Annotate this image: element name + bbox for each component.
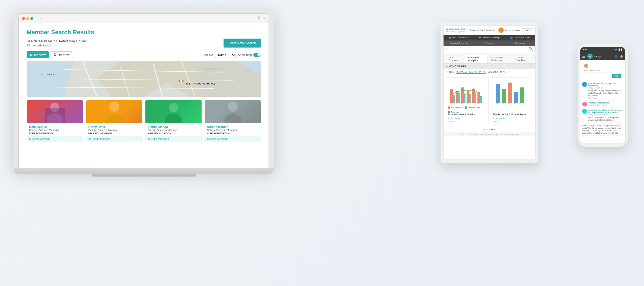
forward-icon[interactable]: › <box>40 17 41 20</box>
svg-rect-30 <box>453 95 455 103</box>
post-button[interactable]: Post <box>612 74 621 78</box>
svg-rect-29 <box>477 92 480 103</box>
send-message-label-1: Send Message <box>32 137 50 140</box>
people-icon[interactable]: 👤 <box>614 55 618 58</box>
member-org-1: KIPP Foundation <box>29 132 81 135</box>
nav-item-content[interactable]: ⚙ Content & Settings <box>474 35 505 40</box>
svg-rect-35 <box>480 96 482 103</box>
list-item: Anita Crafton, National Association of D… <box>582 108 623 122</box>
carousel-dot-2[interactable] <box>486 129 487 130</box>
phone-status-bar: 9:41 ▶ ▌▌ ▊ <box>580 47 625 52</box>
chart1-explore[interactable]: EXPLORE ≫ <box>448 118 486 120</box>
phone-screen: 9:41 ▶ ▌▌ ▊ ☰ yo sanity 👤 <box>580 47 626 143</box>
list-icon: ☰ <box>54 53 56 56</box>
carousel-dot-3[interactable] <box>489 129 490 130</box>
svg-point-18 <box>109 102 119 112</box>
member-photo-3 <box>145 100 202 123</box>
phone-brand: sanity <box>594 55 601 58</box>
nav-item-dashboards[interactable]: ▤ Your Dashboards <box>444 35 474 40</box>
renewals-chart: Oct Nov Dec Jan Feb Mar <box>446 77 489 125</box>
phone-status-icons: ▶ ▌▌ ▊ <box>616 49 623 51</box>
tablet-topbar: yourmembership a community bright brand … <box>444 26 535 35</box>
member-action-4[interactable]: ✉ Send Message <box>205 136 261 142</box>
admin-name: Welcome, Admin <box>505 29 521 32</box>
search-magnify-icon[interactable]: 🔍 <box>528 47 533 51</box>
page-title: Member Search Results <box>27 29 261 36</box>
feed-avatar-1 <box>582 82 587 87</box>
member-org-3: KIPP Foundation <box>148 132 199 135</box>
tablet-nav: ▤ Your Dashboards ⚙ Content & Settings 👥… <box>444 35 535 40</box>
feed-avatar-3 <box>582 109 587 114</box>
dot-red[interactable] <box>22 17 25 20</box>
dot-green[interactable] <box>30 17 33 20</box>
chart-prev-button[interactable]: ‹ <box>446 70 447 74</box>
phone-header: ☰ yo sanity 👤 🔔 <box>580 52 625 60</box>
back-icon[interactable]: ‹ <box>37 17 38 20</box>
feed-text-4: Is there a way to turn off the right bar… <box>582 124 623 134</box>
dot-yellow[interactable] <box>26 17 29 20</box>
bell-icon[interactable]: 🔔 <box>620 55 623 58</box>
new-tab-icon[interactable]: + <box>263 16 265 20</box>
show-map-row: Show map <box>238 53 261 57</box>
map-toggle[interactable] <box>253 53 261 57</box>
tablet-screen: yourmembership a community bright brand … <box>443 26 535 159</box>
feed-time-3: Today at 5:50 at 3:55 pm <box>588 114 623 116</box>
svg-rect-52 <box>514 92 518 103</box>
nav-item-directory[interactable]: 👥 Directory & CRM <box>505 35 535 40</box>
search-info-row: Search results for "St. Petersburg Flori… <box>27 39 261 48</box>
subnav-ecommerce[interactable]: Ecommerce <box>505 40 535 46</box>
legend-label-not-renewed: Not Renewed <box>451 107 463 109</box>
carousel-dot-5[interactable] <box>494 129 496 130</box>
tile-view-button[interactable]: ⊞ Tile View <box>27 51 49 58</box>
feed-name-2: Sharon Ruddlestonel <box>588 102 609 104</box>
chart-tab-this[interactable]: THIS <box>449 71 454 73</box>
svg-text:Feb: Feb <box>472 103 474 104</box>
list-view-button[interactable]: ☰ List View <box>50 51 73 58</box>
feed-content-3: Anita Crafton, National Association of D… <box>588 109 623 121</box>
svg-rect-51 <box>508 83 512 103</box>
tab-community-dashboard[interactable]: Community Dashboard <box>488 55 512 63</box>
member-action-3[interactable]: ✉ Send Message <box>145 136 202 142</box>
dashboards-label: Your Dashboards <box>452 36 469 39</box>
subnav-features[interactable]: Features <box>474 40 505 46</box>
svg-point-19 <box>105 114 123 123</box>
sort-select[interactable]: Name <box>215 52 236 58</box>
chart-nav-row: ‹ THIS RENEWALS - LAST 6 MONTHS MEMBERS … <box>444 69 535 75</box>
tab-usage-dashboard[interactable]: Usage Dashboard <box>513 55 533 63</box>
table-row: Kianna Mango College Success Manager KIP… <box>145 100 202 142</box>
membership-header: ≡ MEMBERSHIP <box>444 64 535 69</box>
tablet-shell: yourmembership a community bright brand … <box>441 22 538 163</box>
show-map-label: Show map <box>238 53 252 56</box>
chart2-explore[interactable]: EXPLORE ≫ <box>493 118 531 120</box>
carousel-dot-4[interactable] <box>491 129 493 130</box>
map-background: Tampa Bay Mimosa City St. Petersburg <box>27 61 261 97</box>
search-icon[interactable]: + <box>446 48 447 51</box>
support-button[interactable]: Support <box>522 28 533 32</box>
legend-label-renewal-rate: Renewal Rate <box>468 107 480 109</box>
chart-tab-members[interactable]: MEMBERS - TOP 5... <box>488 71 507 73</box>
list-item: Is there a way to turn off the right bar… <box>582 122 623 135</box>
tab-admin-overview[interactable]: Admin Overview <box>446 55 464 63</box>
member-action-1[interactable]: ✉ Send Message <box>27 136 83 142</box>
member-role-2: College Success Manager <box>88 128 140 132</box>
legend-renewal-rate: Renewal Rate <box>465 106 480 109</box>
chart-tab-renewals[interactable]: RENEWALS - LAST 6 MONTHS <box>456 71 486 74</box>
chart-next-button[interactable]: › <box>509 70 511 74</box>
member-action-2[interactable]: ✉ Send Message <box>86 136 142 142</box>
page-content: Member Search Results Search results for… <box>19 23 269 168</box>
battery-icon: ▊ <box>621 49 623 51</box>
share-icon[interactable]: ⬆ <box>257 16 260 20</box>
start-new-search-button[interactable]: Start New Search <box>224 39 261 48</box>
subnav-exports[interactable]: Exports & Reporting <box>444 40 474 46</box>
dash-tabs: Admin Overview Advanced Analytics Commun… <box>444 53 535 64</box>
post-input-placeholder[interactable]: What's going on? <box>582 68 623 73</box>
phone-shell: 9:41 ▶ ▌▌ ▊ ☰ yo sanity 👤 <box>578 43 628 147</box>
like-button-1[interactable]: Like <box>588 97 592 99</box>
tab-advanced-analytics[interactable]: Advanced Analytics <box>465 55 488 63</box>
share-button-1[interactable]: Share <box>593 97 598 99</box>
assoc-name: Professional Association <box>470 29 496 32</box>
hamburger-icon[interactable]: ☰ <box>582 54 586 58</box>
laptop-shell: ‹ › ⬆ + Member Search Results Search res… <box>14 8 274 168</box>
carousel-dot-1[interactable] <box>483 129 485 130</box>
browser-bar: ‹ › ⬆ + <box>19 14 269 23</box>
